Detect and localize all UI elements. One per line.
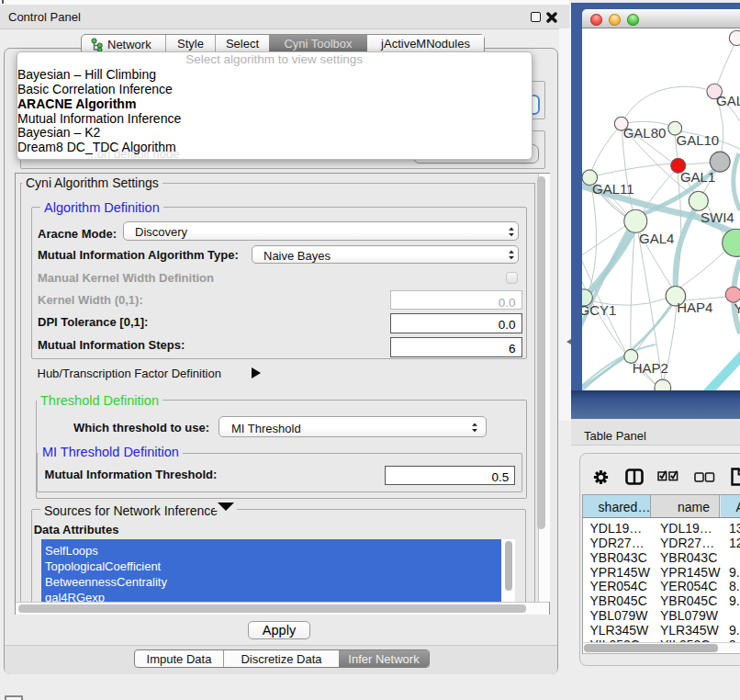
svg-text:GAL80: GAL80 xyxy=(623,125,667,141)
svg-text:Y: Y xyxy=(734,300,740,316)
svg-text:HAP2: HAP2 xyxy=(633,360,668,376)
svg-text:GAL11: GAL11 xyxy=(592,181,634,197)
svg-text:GAL4: GAL4 xyxy=(639,231,674,246)
svg-text:GCY1: GCY1 xyxy=(582,302,616,318)
svg-text:GAL1: GAL1 xyxy=(680,169,715,185)
svg-text:SWI4: SWI4 xyxy=(701,209,734,225)
svg-text:GAL2: GAL2 xyxy=(716,93,740,108)
svg-text:GAL10: GAL10 xyxy=(677,132,720,148)
svg-text:HAP4: HAP4 xyxy=(677,299,712,315)
